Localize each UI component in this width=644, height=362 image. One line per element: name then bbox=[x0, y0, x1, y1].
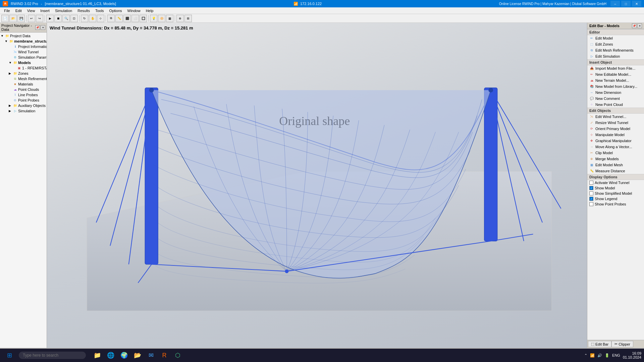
menu-insert[interactable]: Insert bbox=[38, 7, 52, 14]
expand-models[interactable]: ▼ bbox=[9, 61, 13, 64]
menu-view[interactable]: View bbox=[24, 7, 38, 14]
tb-mesh[interactable]: ⧉ bbox=[107, 15, 115, 22]
tb-view2[interactable]: ⬜ bbox=[131, 15, 139, 22]
taskbar-app-rwind[interactable]: R bbox=[158, 349, 170, 361]
tb-light[interactable]: 💡 bbox=[150, 15, 157, 22]
tb-new[interactable]: 📄 bbox=[1, 15, 9, 22]
show-point-probes-checkbox[interactable]: Show Point Probes bbox=[587, 201, 644, 207]
expand-aux[interactable]: ▶ bbox=[9, 104, 13, 107]
tree-wind-tunnel[interactable]: 🌬 Wind Tunnel bbox=[0, 49, 47, 55]
taskbar-app-mail[interactable]: ✉ bbox=[145, 349, 157, 361]
import-model-item[interactable]: 📥 Import Model from File... bbox=[587, 65, 644, 71]
tree-point-probes[interactable]: ⊙ Point Probes bbox=[0, 98, 47, 103]
menu-options[interactable]: Options bbox=[107, 7, 125, 14]
tree-simulation[interactable]: ▶ ▷ Simulation bbox=[0, 108, 47, 114]
clip-model-item[interactable]: ✂ Clip Model bbox=[587, 150, 644, 156]
tree-sim-params[interactable]: ⚙ Simulation Parameters bbox=[0, 55, 47, 60]
tb-zoom[interactable]: 🔍 bbox=[62, 15, 70, 22]
panel-pin-button[interactable]: 📌 bbox=[35, 25, 40, 30]
show-model-cb[interactable]: ✓ bbox=[589, 186, 593, 190]
tb-grid[interactable]: ⊞ bbox=[184, 15, 192, 22]
edit-model-mesh-item[interactable]: ▦ Edit Model Mesh bbox=[587, 162, 644, 168]
tree-mesh-refinements[interactable]: ⧉ Mesh Refinements bbox=[0, 76, 47, 81]
tb-view3[interactable]: 🔲 bbox=[140, 15, 147, 22]
menu-window[interactable]: Window bbox=[125, 7, 143, 14]
expand-sim[interactable]: ▶ bbox=[9, 109, 13, 113]
tb-select[interactable]: ⊹ bbox=[97, 15, 104, 22]
tree-rfem-model[interactable]: ▣ 1 - RFEM/RSTAB Mo bbox=[0, 65, 47, 71]
tree-models[interactable]: ▼ 📁 Models bbox=[0, 60, 47, 65]
new-dimension-item[interactable]: ↔ New Dimension bbox=[587, 89, 644, 96]
tb-measure[interactable]: 📏 bbox=[115, 15, 123, 22]
tree-materials[interactable]: ■ Materials bbox=[0, 81, 47, 87]
edit-zones-item[interactable]: ⬚ Edit Zones bbox=[587, 41, 644, 47]
show-simplified-cb[interactable] bbox=[589, 191, 593, 195]
edit-mesh-item[interactable]: ⧉ Edit Mesh Refinements bbox=[587, 47, 644, 53]
maximize-button[interactable]: □ bbox=[621, 1, 631, 7]
expand-zones[interactable]: ▶ bbox=[9, 72, 13, 75]
menu-file[interactable]: File bbox=[1, 7, 13, 14]
new-terrain-item[interactable]: ⛰ New Terrain Model... bbox=[587, 77, 644, 83]
tb-stop[interactable]: ⏹ bbox=[54, 15, 62, 22]
menu-edit[interactable]: Edit bbox=[13, 7, 24, 14]
tree-project-info[interactable]: ℹ Project Information bbox=[0, 44, 47, 49]
panel-controls[interactable]: 📌 ✕ bbox=[35, 25, 45, 30]
tb-axis[interactable]: ⊕ bbox=[176, 15, 184, 22]
expand-icon[interactable]: ▼ bbox=[1, 34, 5, 38]
tree-aux-objects[interactable]: ▶ 📁 Auxiliary Objects bbox=[0, 103, 47, 108]
move-vector-item[interactable]: → Move Along a Vector... bbox=[587, 144, 644, 150]
merge-models-item[interactable]: ⊕ Merge Models bbox=[587, 156, 644, 162]
menu-help[interactable]: Help bbox=[143, 7, 156, 14]
tb-save[interactable]: 💾 bbox=[17, 15, 25, 22]
menu-tools[interactable]: Tools bbox=[93, 7, 107, 14]
activate-wind-tunnel-checkbox[interactable]: Activate Wind Tunnel bbox=[587, 180, 644, 185]
tb-wire[interactable]: ▦ bbox=[166, 15, 173, 22]
new-pointcloud-item[interactable]: ⁘ New Point Cloud bbox=[587, 102, 644, 108]
show-model-checkbox[interactable]: ✓ Show Model bbox=[587, 185, 644, 191]
tree-membrane[interactable]: ▼ 📁 membrane_structure1 bbox=[0, 39, 47, 44]
tree-zones[interactable]: ▶ 📁 Zones bbox=[0, 71, 47, 76]
start-button[interactable]: ⊞ bbox=[3, 349, 16, 361]
tb-open[interactable]: 📂 bbox=[9, 15, 17, 22]
activate-wind-tunnel-cb[interactable] bbox=[589, 181, 593, 185]
show-simplified-checkbox[interactable]: Show Simplified Model bbox=[587, 191, 644, 196]
menu-results[interactable]: Results bbox=[75, 7, 93, 14]
tb-view1[interactable]: ⬛ bbox=[123, 15, 131, 22]
panel-close-button[interactable]: ✕ bbox=[41, 25, 45, 30]
new-library-item[interactable]: 📚 New Model from Library... bbox=[587, 83, 644, 89]
measure-distance-item[interactable]: 📏 Measure Distance bbox=[587, 168, 644, 174]
taskbar-app-chrome[interactable]: 🌍 bbox=[118, 349, 130, 361]
new-comment-item[interactable]: 💬 New Comment bbox=[587, 96, 644, 102]
expand-icon-2[interactable]: ▼ bbox=[5, 40, 9, 43]
right-panel-close[interactable]: ✕ bbox=[637, 23, 642, 28]
show-legend-cb[interactable]: ✓ bbox=[589, 197, 593, 201]
close-button[interactable]: ✕ bbox=[632, 1, 641, 7]
edit-wind-tunnel-item[interactable]: 🌬 Edit Wind Tunnel... bbox=[587, 114, 644, 120]
tb-fit[interactable]: ⊡ bbox=[70, 15, 78, 22]
viewport[interactable]: Wind Tunnel Dimensions: Dx = 85.48 m, Dy… bbox=[47, 23, 587, 348]
taskbar-app-files[interactable]: 📁 bbox=[91, 349, 103, 361]
show-legend-checkbox[interactable]: ✓ Show Legend bbox=[587, 196, 644, 201]
new-editable-item[interactable]: ✏ New Editable Model... bbox=[587, 71, 644, 77]
tb-pan[interactable]: ✋ bbox=[89, 15, 96, 22]
resize-wind-tunnel-item[interactable]: ⤢ Resize Wind Tunnel bbox=[587, 120, 644, 126]
edit-sim-item[interactable]: ▷ Edit Simulation bbox=[587, 53, 644, 59]
tb-undo[interactable]: ↩ bbox=[28, 15, 35, 22]
tb-redo[interactable]: ↪ bbox=[36, 15, 43, 22]
right-panel-pin[interactable]: 📌 bbox=[632, 23, 637, 28]
tb-shade[interactable]: 🔆 bbox=[158, 15, 165, 22]
tb-rotate[interactable]: ↻ bbox=[81, 15, 88, 22]
tree-point-clouds[interactable]: ☁ Point Clouds bbox=[0, 87, 47, 92]
taskbar-search-input[interactable] bbox=[19, 352, 86, 359]
taskbar-app-folder[interactable]: 📂 bbox=[131, 349, 144, 361]
orient-model-item[interactable]: ⟳ Orient Primary Model bbox=[587, 126, 644, 132]
graphical-manipulator-item[interactable]: ✥ Graphical Manipulator bbox=[587, 138, 644, 144]
menu-simulation[interactable]: Simulation bbox=[52, 7, 75, 14]
show-point-probes-cb[interactable] bbox=[589, 202, 593, 206]
manipulate-model-item[interactable]: ⊹ Manipulate Model bbox=[587, 132, 644, 138]
edit-model-item[interactable]: ✏ Edit Model bbox=[587, 35, 644, 41]
taskbar-app-extra[interactable]: ⬡ bbox=[172, 349, 184, 361]
right-panel-controls[interactable]: 📌 ✕ bbox=[632, 23, 642, 28]
edit-bar-button[interactable]: ⬚ Edit Bar bbox=[588, 341, 611, 347]
taskbar-app-edge[interactable]: 🌐 bbox=[105, 349, 117, 361]
